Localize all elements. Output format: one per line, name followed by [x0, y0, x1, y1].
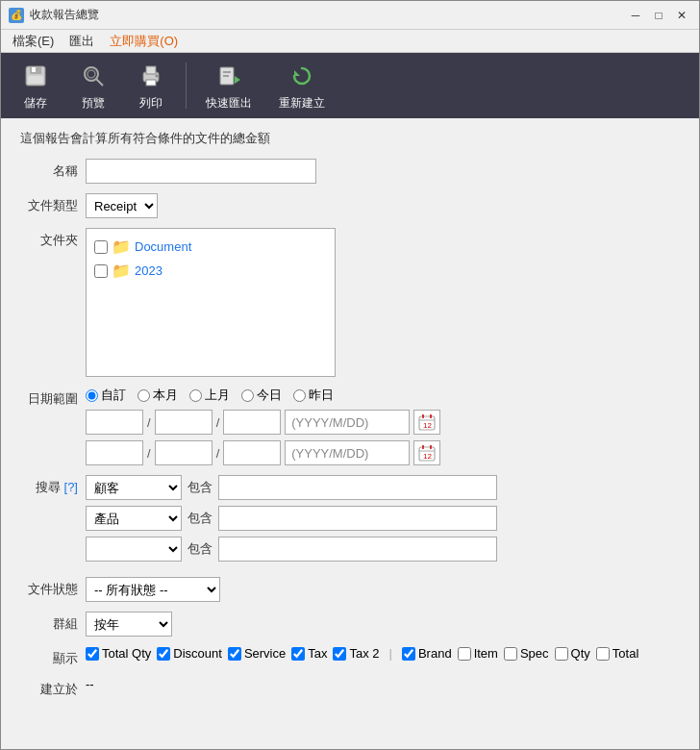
save-icon	[20, 61, 51, 91]
search-contains-3: 包含	[188, 540, 212, 558]
doc-type-select[interactable]: Receipt Invoice Quote	[86, 193, 158, 218]
folder-2023-name: 2023	[135, 263, 162, 278]
check-total-qty[interactable]: Total Qty	[86, 646, 151, 661]
check-service-input[interactable]	[228, 647, 241, 661]
check-item[interactable]: Item	[458, 646, 498, 661]
svg-rect-9	[146, 80, 156, 86]
print-button[interactable]: 列印	[124, 57, 178, 115]
radio-custom-label: 自訂	[101, 387, 126, 404]
radio-custom[interactable]: 自訂	[86, 387, 126, 404]
radio-this-month-label: 本月	[153, 387, 178, 404]
radio-this-month-input[interactable]	[138, 389, 150, 402]
print-icon	[136, 61, 166, 91]
search-value-3[interactable]	[218, 537, 497, 562]
calendar-from-button[interactable]: 12	[413, 410, 440, 435]
date-from-month[interactable]	[155, 410, 212, 435]
date-from-year[interactable]	[86, 410, 143, 435]
folder-tree: 📁 Document 📁 2023	[86, 228, 336, 377]
menu-file[interactable]: 檔案(E)	[5, 31, 62, 52]
name-input[interactable]	[86, 159, 316, 184]
title-bar: 💰 收款報告總覽 ─ □ ✕	[1, 1, 699, 30]
check-total[interactable]: Total	[596, 646, 638, 661]
minimize-button[interactable]: ─	[626, 6, 645, 25]
radio-yesterday[interactable]: 昨日	[293, 387, 334, 404]
group-select[interactable]: 按年 按月 按日	[86, 612, 172, 637]
search-category-2[interactable]: 產品 顧客 供應商 備註	[86, 506, 182, 531]
check-total-qty-input[interactable]	[86, 647, 99, 661]
date-to-placeholder[interactable]	[285, 440, 410, 465]
check-brand-label: Brand	[418, 646, 452, 661]
save-label: 儲存	[24, 95, 47, 112]
folder-2023-checkbox[interactable]	[94, 264, 108, 278]
radio-custom-input[interactable]	[86, 389, 98, 402]
preview-button[interactable]: 預覽	[66, 57, 120, 115]
check-tax-input[interactable]	[291, 647, 305, 661]
radio-this-month[interactable]: 本月	[138, 387, 178, 404]
check-tax2-input[interactable]	[333, 647, 346, 661]
quick-export-icon	[213, 61, 244, 91]
window-title: 收款報告總覽	[30, 7, 626, 23]
search-category-1[interactable]: 顧客 產品 供應商 備註	[86, 475, 182, 500]
search-help[interactable]: [?]	[64, 480, 78, 494]
check-brand[interactable]: Brand	[402, 646, 452, 661]
slash-3: /	[147, 446, 151, 461]
quick-export-button[interactable]: 快速匯出	[194, 57, 263, 115]
folder-document[interactable]: 📁 Document	[92, 235, 329, 259]
date-input-row-2: / / 12	[86, 440, 680, 465]
check-brand-input[interactable]	[402, 647, 415, 661]
radio-today[interactable]: 今日	[241, 387, 282, 404]
date-from-placeholder[interactable]	[285, 410, 410, 435]
description-text: 這個報告會計算所有符合條件的文件的總金額	[20, 130, 680, 147]
folder-document-checkbox[interactable]	[94, 240, 108, 254]
check-discount-input[interactable]	[157, 647, 170, 661]
date-to-month[interactable]	[155, 440, 212, 465]
radio-last-month-input[interactable]	[189, 389, 202, 402]
search-value-2[interactable]	[218, 506, 497, 531]
check-qty[interactable]: Qty	[555, 646, 590, 661]
created-at-label: 建立於	[20, 677, 78, 698]
date-from-day[interactable]	[223, 410, 281, 435]
check-spec[interactable]: Spec	[504, 646, 549, 661]
check-tax2-label: Tax 2	[349, 646, 379, 661]
search-label: 搜尋 [?]	[20, 475, 78, 496]
check-discount[interactable]: Discount	[157, 646, 222, 661]
name-label: 名稱	[20, 159, 78, 180]
rebuild-button[interactable]: 重新建立	[267, 57, 337, 115]
menu-buy[interactable]: 立即購買(O)	[102, 31, 186, 52]
search-value-1[interactable]	[218, 475, 497, 500]
check-qty-input[interactable]	[555, 647, 568, 661]
maximize-button[interactable]: □	[649, 6, 668, 25]
search-category-3[interactable]: 顧客 產品 供應商 備註	[86, 537, 182, 562]
preview-icon	[78, 61, 109, 91]
check-spec-input[interactable]	[504, 647, 517, 661]
check-service[interactable]: Service	[228, 646, 286, 661]
doc-type-control: Receipt Invoice Quote	[86, 193, 680, 218]
folder-2023[interactable]: 📁 2023	[92, 259, 329, 283]
search-row-3: 顧客 產品 供應商 備註 包含	[86, 537, 680, 562]
check-tax2[interactable]: Tax 2	[333, 646, 379, 661]
check-total-input[interactable]	[596, 647, 610, 661]
folder-row: 文件夾 📁 Document 📁 2023	[20, 228, 680, 377]
date-to-day[interactable]	[223, 440, 281, 465]
toolbar: 儲存 預覽 列印	[1, 53, 699, 118]
doc-status-select[interactable]: -- 所有狀態 -- 已付款 待付款 已取消	[86, 577, 220, 602]
created-at-value: --	[86, 677, 94, 691]
svg-point-10	[156, 74, 159, 77]
close-button[interactable]: ✕	[672, 6, 691, 25]
radio-yesterday-label: 昨日	[309, 387, 334, 404]
radio-last-month[interactable]: 上月	[189, 387, 230, 404]
svg-rect-3	[32, 67, 36, 72]
date-to-year[interactable]	[86, 440, 143, 465]
check-item-label: Item	[474, 646, 498, 661]
radio-today-input[interactable]	[241, 389, 254, 402]
svg-rect-2	[28, 76, 43, 84]
menu-export[interactable]: 匯出	[62, 31, 102, 52]
check-item-input[interactable]	[458, 647, 471, 661]
toolbar-separator-1	[186, 62, 187, 109]
svg-marker-15	[294, 70, 300, 76]
calendar-to-button[interactable]: 12	[413, 440, 440, 465]
save-button[interactable]: 儲存	[9, 57, 62, 115]
quick-export-label: 快速匯出	[206, 95, 252, 112]
check-tax[interactable]: Tax	[291, 646, 327, 661]
radio-yesterday-input[interactable]	[293, 389, 306, 402]
